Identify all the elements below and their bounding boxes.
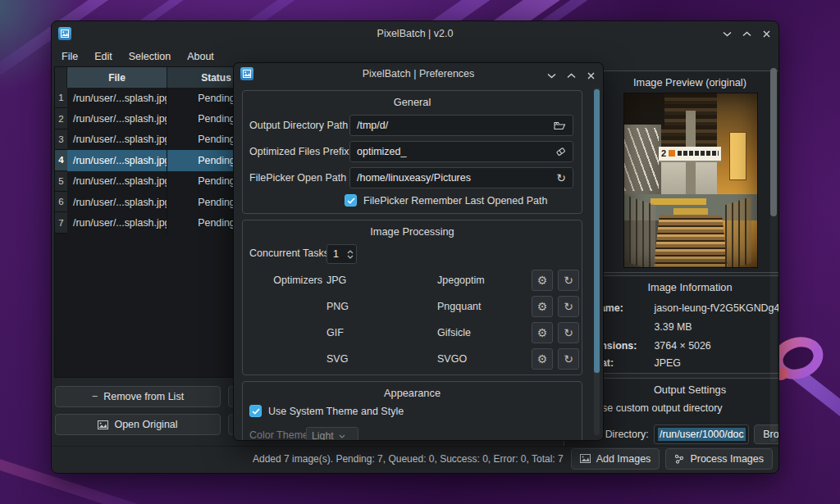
row-number: 3 [55, 129, 67, 150]
svg-settings-button[interactable]: ⚙ [532, 348, 553, 370]
custom-output-label: Use custom output directory [595, 402, 723, 414]
info-row-filename: Filename: jason-leung-fV2G5KGNDg4-unspla… [576, 302, 779, 316]
concurrent-tasks-label: Concurrent Tasks [249, 247, 329, 259]
folder-open-icon[interactable] [554, 120, 566, 130]
row-number: 5 [55, 171, 67, 192]
optimized-files-prefix-input[interactable]: optimized_ [349, 141, 573, 162]
process-nodes-icon [674, 454, 684, 464]
gif-reset-button[interactable]: ↻ [558, 322, 579, 343]
output-directory-path-value: /tmp/d/ [357, 120, 388, 131]
scrollbar-thumb[interactable] [770, 68, 777, 216]
dropdown-chevron-icon [339, 434, 345, 438]
format-value: JPEG [654, 357, 680, 369]
info-row-size: Size: 3.39 MB [576, 321, 779, 334]
system-theme-checkbox[interactable]: Use System Theme and Style [249, 405, 404, 417]
open-original-button[interactable]: Open Original [55, 414, 221, 435]
window-title: PixelBatch | v2.0 [52, 28, 778, 39]
menu-file[interactable]: File [53, 48, 86, 66]
row-number: 6 [55, 192, 67, 212]
optimized-files-prefix-value: optimized_ [357, 146, 406, 157]
spin-up-icon[interactable] [347, 250, 354, 254]
filepicker-open-path-label: FilePicker Open Path [249, 172, 345, 184]
optimizer-format-jpg: JPG [326, 275, 346, 286]
menu-selection[interactable]: Selection [121, 48, 179, 66]
image-processing-title: Image Processing [243, 225, 582, 238]
row-number-header[interactable] [55, 67, 67, 88]
optimized-files-prefix-row: Optimized Files Prefix optimized_ [249, 141, 573, 162]
refresh-icon: ↻ [564, 352, 573, 366]
menu-about[interactable]: About [179, 48, 222, 66]
file-cell: /run/user/...splash.jpg [67, 88, 167, 108]
add-images-label: Add Images [596, 453, 651, 465]
filepicker-open-path-row: FilePicker Open Path /home/linuxeasy/Pic… [249, 167, 573, 188]
gear-icon: ⚙ [537, 352, 548, 366]
svg-reset-button[interactable]: ↻ [558, 348, 579, 370]
dialog-minimize-icon[interactable] [544, 68, 559, 83]
minus-icon: − [92, 391, 98, 402]
clear-text-icon[interactable] [555, 147, 566, 157]
appearance-group: Appearance Use System Theme and Style Co… [242, 381, 582, 441]
file-cell: /run/user/...splash.jpg [67, 108, 167, 129]
color-theme-dropdown[interactable]: Light [306, 427, 358, 441]
process-images-label: Process Images [690, 453, 764, 465]
app-logo-icon [58, 27, 71, 40]
close-icon[interactable] [759, 26, 774, 41]
optimizers-label: Optimizers [243, 275, 322, 286]
maximize-icon[interactable] [739, 26, 754, 41]
refresh-icon[interactable]: ↻ [556, 171, 566, 184]
image-preview: 2 [623, 93, 758, 268]
png-reset-button[interactable]: ↻ [558, 296, 579, 317]
optimizer-tool-gifsicle: Gifsicle [437, 327, 471, 338]
dialog-scrollbar[interactable] [594, 88, 600, 435]
optimizer-tool-jpegoptim: Jpegoptim [437, 275, 485, 286]
checkbox-checked-icon [249, 405, 262, 417]
filepicker-open-path-value: /home/linuxeasy/Pictures [357, 172, 471, 184]
png-settings-button[interactable]: ⚙ [532, 296, 553, 317]
optimizer-tool-svgo: SVGO [437, 353, 467, 365]
add-images-button[interactable]: Add Images [571, 448, 660, 470]
row-number: 4 [55, 150, 67, 170]
info-row-format: Format: JPEG [576, 357, 779, 370]
gif-settings-button[interactable]: ⚙ [532, 322, 553, 343]
filepicker-open-path-input[interactable]: /home/linuxeasy/Pictures ↻ [349, 167, 573, 188]
right-panel-scrollbar[interactable] [770, 68, 777, 442]
remember-path-label: FilePicker Remember Last Opened Path [363, 195, 547, 207]
general-group: General Output Directory Path /tmp/d/ Op… [242, 90, 582, 214]
remove-from-list-label: Remove from List [103, 391, 184, 402]
row-number: 2 [55, 108, 67, 129]
jpg-reset-button[interactable]: ↻ [558, 270, 579, 291]
dialog-close-icon[interactable] [583, 68, 598, 83]
menubar: File Edit Selection About [53, 48, 222, 66]
size-value: 3.39 MB [654, 321, 692, 333]
appearance-title: Appearance [243, 387, 582, 399]
file-cell: /run/user/...splash.jpg [67, 129, 167, 150]
dialog-maximize-icon[interactable] [564, 68, 578, 83]
minimize-icon[interactable] [719, 26, 734, 41]
optimizer-format-svg: SVG [326, 353, 348, 365]
output-directory-input[interactable]: /run/user/1000/doc [654, 425, 749, 444]
process-images-button[interactable]: Process Images [665, 448, 773, 470]
remove-from-list-button[interactable]: − Remove from List [55, 386, 221, 407]
spin-down-icon[interactable] [347, 255, 354, 259]
dialog-titlebar[interactable]: PixelBatch | Preferences [234, 63, 603, 84]
refresh-icon: ↻ [564, 274, 573, 287]
concurrent-tasks-spinner[interactable]: 1 [326, 244, 357, 264]
file-column-header[interactable]: File [67, 67, 167, 88]
status-bar: Added 7 image(s). Pending: 7, Queued: 0,… [52, 446, 778, 470]
jpg-settings-button[interactable]: ⚙ [532, 270, 553, 291]
optimized-files-prefix-label: Optimized Files Prefix [249, 146, 345, 157]
filename-value: jason-leung-fV2G5KGNDg4-unsplash.jpg [654, 302, 779, 314]
gear-icon: ⚙ [537, 274, 548, 287]
dialog-scrollbar-thumb[interactable] [594, 89, 600, 373]
remember-path-checkbox[interactable]: FilePicker Remember Last Opened Path [345, 194, 547, 207]
open-original-label: Open Original [114, 419, 177, 430]
system-theme-label: Use System Theme and Style [268, 406, 404, 417]
file-cell: /run/user/...splash.jpg [67, 171, 167, 192]
info-row-dimensions: Dimensions: 3764 × 5026 [576, 340, 779, 353]
menu-edit[interactable]: Edit [86, 48, 121, 66]
optimizer-tool-pngquant: Pngquant [437, 301, 482, 312]
output-directory-path-input[interactable]: /tmp/d/ [349, 115, 573, 136]
concurrent-tasks-value: 1 [327, 248, 345, 260]
main-titlebar[interactable]: PixelBatch | v2.0 [52, 21, 778, 46]
file-cell: /run/user/...splash.jpg [67, 192, 167, 212]
